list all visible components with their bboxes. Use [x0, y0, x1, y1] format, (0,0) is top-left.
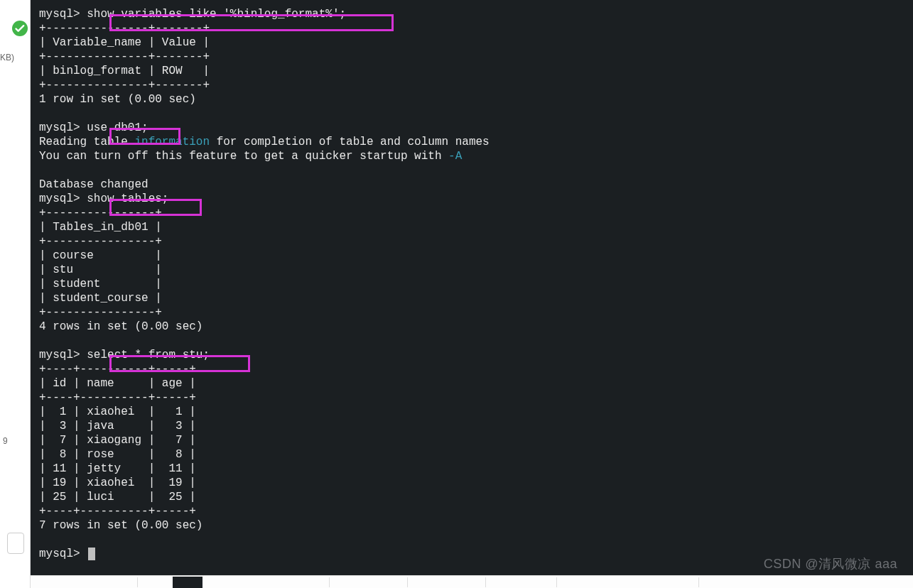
flag-a: -A	[448, 150, 462, 163]
bottom-tab[interactable]	[485, 577, 521, 587]
bottom-tab[interactable]	[329, 577, 364, 587]
table-row: | student_course |	[39, 292, 162, 305]
table-row: | course |	[39, 249, 162, 262]
mysql-prompt: mysql>	[39, 349, 87, 361]
table-row: | 8 | rose | 8 |	[39, 448, 196, 461]
reading-text: Reading table	[39, 136, 134, 148]
db-changed: Database changed	[39, 178, 148, 191]
cmd-select-stu: select * from stu;	[87, 349, 210, 361]
bottom-bar	[31, 575, 913, 588]
cursor-icon	[88, 548, 95, 560]
table-row: | student |	[39, 278, 162, 290]
table-border: +---------------+-------+	[39, 22, 210, 35]
table-row: | 1 | xiaohei | 1 |	[39, 405, 196, 418]
table-header: | Tables_in_db01 |	[39, 221, 162, 234]
table-row: | stu |	[39, 263, 162, 276]
cmd-use-db: use db01;	[87, 121, 148, 134]
table-border: +----------------+	[39, 235, 162, 248]
bottom-tab[interactable]	[137, 577, 173, 587]
table-border: +----+----------+-----+	[39, 363, 196, 376]
table-border: +----------------+	[39, 207, 162, 219]
table-border: +----+----------+-----+	[39, 505, 196, 518]
table-row: | 25 | luci | 25 |	[39, 491, 196, 503]
bottom-active-tab[interactable]	[173, 577, 202, 588]
reading-text: for completion of table and column names	[210, 136, 490, 148]
mysql-prompt: mysql>	[39, 121, 87, 134]
table-border: +---------------+-------+	[39, 79, 210, 92]
left-panel: KB) 9	[0, 0, 31, 588]
table-row: | binlog_format | ROW |	[39, 65, 210, 77]
table-row: | 19 | xiaohei | 19 |	[39, 477, 196, 489]
table-border: +----+----------+-----+	[39, 391, 196, 404]
terminal-window[interactable]: mysql> show variables like '%binlog_form…	[31, 0, 913, 575]
information-keyword: information	[134, 136, 210, 148]
mysql-prompt: mysql>	[39, 548, 87, 560]
mysql-prompt: mysql>	[39, 192, 87, 205]
table-border: +---------------+-------+	[39, 50, 210, 63]
kb-label: KB)	[0, 53, 14, 62]
watermark-text: CSDN @清风微凉 aaa	[764, 555, 897, 572]
result-summary: 7 rows in set (0.00 sec)	[39, 519, 202, 532]
cmd-show-variables: show variables like '%binlog_format%';	[87, 8, 346, 21]
bottom-tab[interactable]	[556, 577, 592, 587]
cmd-show-tables: show tables;	[87, 192, 168, 205]
bottom-tab[interactable]	[698, 577, 734, 587]
table-row: | 11 | jetty | 11 |	[39, 462, 196, 475]
success-check-icon	[11, 20, 28, 37]
result-summary: 1 row in set (0.00 sec)	[39, 93, 196, 106]
left-panel-button[interactable]	[7, 533, 24, 554]
table-row: | 7 | xiaogang | 7 |	[39, 434, 196, 447]
table-header: | id | name | age |	[39, 377, 196, 390]
table-border: +----------------+	[39, 306, 162, 319]
table-header: | Variable_name | Value |	[39, 36, 210, 49]
table-row: | 3 | java | 3 |	[39, 420, 196, 432]
result-summary: 4 rows in set (0.00 sec)	[39, 320, 202, 333]
side-number: 9	[3, 436, 8, 446]
terminal-content: mysql> show variables like '%binlog_form…	[39, 7, 904, 561]
mysql-prompt: mysql>	[39, 8, 87, 21]
turnoff-text: You can turn off this feature to get a q…	[39, 150, 448, 163]
bottom-tab[interactable]	[407, 577, 443, 587]
